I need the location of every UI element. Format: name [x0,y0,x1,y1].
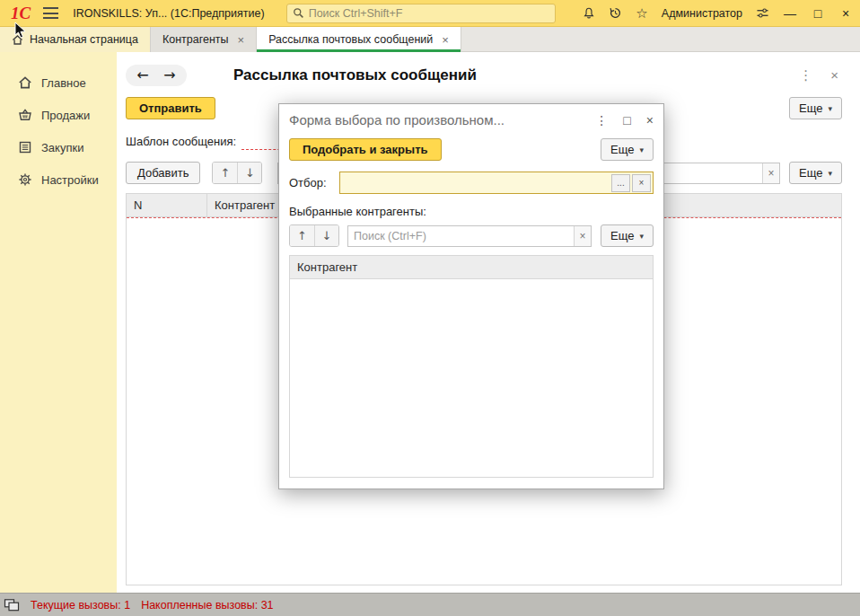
form-close-icon[interactable]: × [830,67,838,84]
sidebar-item-prodazhi[interactable]: Продажи [0,99,117,131]
clear-search-icon[interactable]: × [762,163,779,183]
close-window-button[interactable]: × [838,6,853,21]
more-label: Еще [799,101,822,115]
history-icon[interactable] [609,6,622,20]
favorites-star-icon[interactable]: ☆ [636,5,647,22]
main-menu-icon[interactable] [43,7,58,19]
move-down-button[interactable]: ↓ [314,225,338,246]
tools-menu-icon[interactable] [756,7,769,19]
chevron-down-icon: ▾ [828,169,832,178]
sections-panel: Главное Продажи Закуп [0,52,117,593]
dialog-title: Форма выбора по произвольном... [289,112,595,128]
more-label: Еще [799,166,822,180]
move-down-button[interactable]: ↓ [237,163,261,183]
sidebar-item-label: Закупки [41,141,83,154]
tab-close-icon[interactable]: × [238,33,245,47]
dialog-more-button[interactable]: Еще ▾ [601,138,654,161]
dialog-header: Форма выбора по произвольном... ⋮ □ × [289,104,654,136]
dialog-contractors-table: Контрагент [289,255,654,478]
add-button[interactable]: Добавить [126,162,200,184]
table-header: Контрагент [290,256,653,279]
forward-button[interactable]: → [158,66,181,84]
send-button[interactable]: Отправить [126,97,215,119]
tab-label: Начальная страница [30,33,138,46]
reorder-buttons: ↑ ↓ [212,162,262,184]
filter-clear-icon[interactable]: × [632,174,651,192]
more-label: Еще [610,143,634,156]
column-header-kontragent[interactable]: Контрагент [290,256,653,278]
home-icon [12,34,23,46]
reorder-buttons: ↑ ↓ [289,224,339,247]
tab-mail-rassylka[interactable]: Рассылка почтовых сообщений × [257,27,461,52]
maximize-button[interactable]: □ [811,6,825,21]
dialog-search-input[interactable] [348,230,574,242]
clear-search-icon[interactable]: × [574,226,591,246]
global-search-input[interactable] [309,7,549,20]
form-header-actions: ⋮ × [799,67,838,84]
performance-windows-icon[interactable] [4,598,20,612]
minimize-button[interactable]: — [783,6,797,21]
chevron-down-icon: ▾ [828,104,832,113]
sidebar-item-label: Главное [41,76,86,90]
dialog-menu-icon[interactable]: ⋮ [595,113,608,128]
tab-home-page[interactable]: Начальная страница [0,27,151,52]
gear-icon [18,172,32,187]
tab-kontragenty[interactable]: Контрагенты × [151,27,257,52]
column-header-n[interactable]: N [127,194,207,216]
dialog-header-actions: ⋮ □ × [595,113,654,128]
list-icon [18,140,32,154]
dialog-list-toolbar: ↑ ↓ × Еще ▾ [289,224,654,247]
sidebar-item-label: Продажи [41,109,90,122]
page-title: Рассылка почтовых сообщений [233,66,477,84]
main-more-button[interactable]: Еще ▾ [789,97,842,119]
titlebar-actions: ☆ Администратор — □ × [583,5,853,22]
tab-label: Рассылка почтовых сообщений [268,33,433,46]
app-window: 1С IRONSKILLS: Уп... (1С:Предприятие) [0,0,860,616]
sidebar-item-nastroyki[interactable]: Настройки [0,163,117,196]
selected-contractors-label: Выбранные контрагенты: [289,205,654,218]
current-user[interactable]: Администратор [662,7,742,20]
search-icon [293,7,304,19]
sidebar-item-glavnoe[interactable]: Главное [0,66,117,99]
accumulated-calls: Накопленные вызовы: 31 [141,599,273,612]
nav-arrows: ← → [126,65,187,86]
notifications-bell-icon[interactable] [583,6,595,20]
sidebar-item-label: Настройки [41,173,99,187]
pick-and-close-button[interactable]: Подобрать и закрыть [289,138,442,161]
dialog-close-icon[interactable]: × [646,113,654,128]
template-label: Шаблон сообщения: [126,135,236,148]
form-menu-icon[interactable]: ⋮ [799,67,812,84]
tab-close-icon[interactable]: × [442,33,449,47]
1c-logo: 1С [7,4,34,22]
dialog-list-more-button[interactable]: Еще ▾ [601,224,654,247]
list-more-button[interactable]: Еще ▾ [789,162,842,184]
chevron-down-icon: ▾ [639,145,644,154]
current-calls: Текущие вызовы: 1 [31,599,130,612]
dialog-maximize-icon[interactable]: □ [623,113,630,128]
status-bar: Текущие вызовы: 1 Накопленные вызовы: 31 [0,593,860,616]
chevron-down-icon: ▾ [639,232,644,241]
filter-choose-button[interactable]: ... [611,174,630,192]
table-body-empty [290,279,653,477]
filter-label: Отбор: [289,176,327,189]
back-button[interactable]: ← [131,66,154,84]
sidebar-item-zakupki[interactable]: Закупки [0,131,117,163]
tab-bar: Начальная страница Контрагенты × Рассылк… [0,27,860,52]
dialog-command-bar: Подобрать и закрыть Еще ▾ [289,138,654,161]
filter-row: Отбор: ... × [289,172,654,194]
more-label: Еще [610,229,634,242]
selection-dialog: Форма выбора по произвольном... ⋮ □ × По… [278,103,664,489]
filter-input[interactable] [340,176,610,189]
basket-icon [18,108,32,122]
window-title: IRONSKILLS: Уп... (1С:Предприятие) [73,7,264,20]
move-up-button[interactable]: ↑ [213,163,237,183]
filter-field: ... × [339,172,654,194]
move-up-button[interactable]: ↑ [290,225,314,246]
form-header: ← → Рассылка почтовых сообщений ⋮ × [126,62,842,89]
global-search-box[interactable] [286,4,556,23]
dialog-search-box: × [347,225,592,247]
tab-label: Контрагенты [162,33,229,46]
home-icon [18,75,32,90]
title-bar: 1С IRONSKILLS: Уп... (1С:Предприятие) [0,0,860,27]
